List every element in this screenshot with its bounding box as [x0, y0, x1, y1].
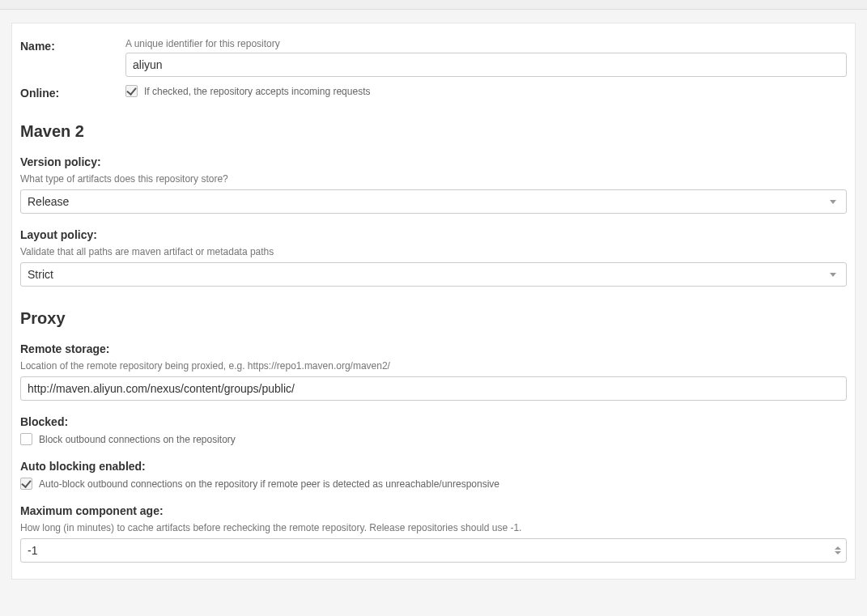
- name-row: Name: A unique identifier for this repos…: [20, 38, 847, 77]
- layout-policy-helper: Validate that all paths are maven artifa…: [20, 246, 847, 257]
- online-row: Online: If checked, the repository accep…: [20, 85, 847, 100]
- remote-storage-helper: Location of the remote repository being …: [20, 360, 847, 372]
- auto-blocking-label: Auto blocking enabled:: [20, 460, 847, 473]
- remote-storage-label: Remote storage:: [20, 342, 847, 355]
- max-component-age-input[interactable]: -1: [20, 538, 847, 563]
- blocked-label: Blocked:: [20, 415, 847, 428]
- max-component-age-value: -1: [28, 544, 37, 557]
- chevron-up-icon: [835, 546, 841, 550]
- auto-blocking-block: Auto blocking enabled: Auto-block outbou…: [20, 460, 847, 490]
- version-policy-select[interactable]: Release: [20, 189, 847, 214]
- layout-policy-label: Layout policy:: [20, 228, 847, 241]
- online-checkbox[interactable]: [125, 85, 138, 97]
- online-label: Online:: [20, 85, 125, 100]
- max-component-age-label: Maximum component age:: [20, 504, 847, 517]
- version-policy-label: Version policy:: [20, 155, 847, 168]
- chevron-down-icon: [830, 273, 836, 277]
- version-policy-helper: What type of artifacts does this reposit…: [20, 173, 847, 185]
- top-separator: [0, 0, 867, 10]
- auto-blocking-helper: Auto-block outbound connections on the r…: [39, 478, 499, 490]
- blocked-helper: Block outbound connections on the reposi…: [39, 434, 236, 445]
- remote-storage-input[interactable]: [20, 376, 847, 401]
- layout-policy-select[interactable]: Strict: [20, 262, 847, 287]
- proxy-heading: Proxy: [20, 309, 847, 328]
- version-policy-block: Version policy: What type of artifacts d…: [20, 155, 847, 214]
- auto-blocking-checkbox[interactable]: [20, 478, 32, 490]
- version-policy-value: Release: [28, 195, 69, 208]
- layout-policy-value: Strict: [28, 268, 53, 281]
- max-component-age-helper: How long (in minutes) to cache artifacts…: [20, 522, 847, 533]
- blocked-block: Blocked: Block outbound connections on t…: [20, 415, 847, 445]
- max-component-age-block: Maximum component age: How long (in minu…: [20, 504, 847, 563]
- name-input[interactable]: [125, 53, 847, 77]
- blocked-checkbox[interactable]: [20, 433, 32, 445]
- online-helper: If checked, the repository accepts incom…: [144, 86, 370, 97]
- remote-storage-block: Remote storage: Location of the remote r…: [20, 342, 847, 401]
- name-label: Name:: [20, 38, 125, 53]
- repository-settings-panel: Name: A unique identifier for this repos…: [11, 23, 856, 580]
- chevron-down-icon: [830, 200, 836, 204]
- name-helper: A unique identifier for this repository: [125, 38, 847, 49]
- number-spinner[interactable]: [835, 546, 841, 554]
- maven2-heading: Maven 2: [20, 122, 847, 141]
- chevron-down-icon: [835, 551, 841, 554]
- layout-policy-block: Layout policy: Validate that all paths a…: [20, 228, 847, 287]
